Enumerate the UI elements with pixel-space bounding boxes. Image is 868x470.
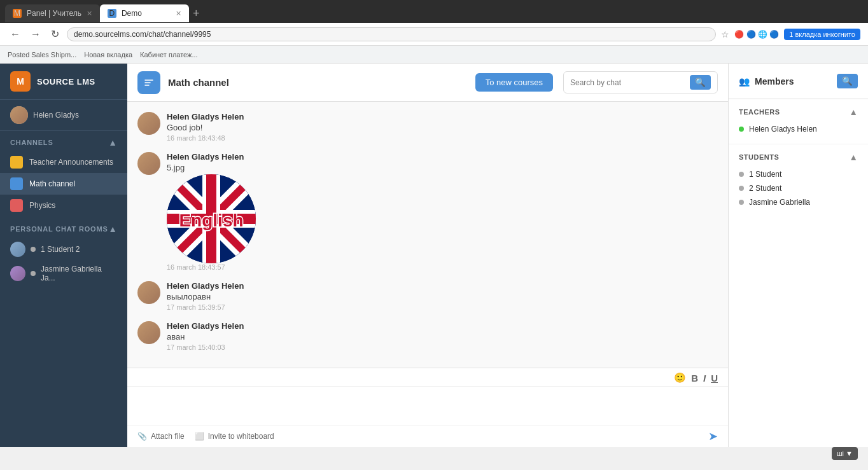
msg-avatar-1 (137, 112, 160, 135)
panel-search-button[interactable]: 🔍 (837, 74, 858, 88)
teachers-label: TEACHERS (739, 108, 780, 116)
user-avatar (10, 106, 28, 124)
student2-status-dot (739, 186, 744, 191)
bookmark-new-tab-label: Новая вкладка (84, 51, 132, 59)
panel-title: 👥 Members (739, 76, 794, 86)
extension-icons: 🔴 🔵 🌐 🔵 (734, 30, 779, 39)
bookmark-new-tab[interactable]: Новая вкладка (84, 51, 132, 59)
english-flag-image: English (167, 174, 256, 263)
sidebar-item-physics[interactable]: Physics (0, 195, 127, 216)
whiteboard-icon: ⬜ (195, 432, 204, 441)
sidebar-item-label-math: Math channel (29, 179, 75, 188)
jasmine-status (31, 271, 36, 276)
tab-bar: M Panel | Учитель ✕ D Demo ✕ + (0, 0, 868, 23)
new-tab-button[interactable]: + (193, 7, 200, 20)
to-new-courses-button[interactable]: To new courses (475, 73, 553, 92)
jasmine-avatar (10, 266, 25, 281)
students-section-header: STUDENTS ▲ (739, 152, 858, 162)
underline-button[interactable]: U (711, 373, 718, 384)
personal-label: PERSONAL CHAT ROOMS (10, 225, 108, 233)
personal-item-jasmine[interactable]: Jasmine Gabriella Ja... (0, 261, 127, 286)
user-section[interactable]: Helen Gladys (0, 100, 127, 131)
address-input[interactable] (67, 27, 716, 41)
incognito-button[interactable]: 1 вкладка инкогнито (784, 29, 860, 40)
sidebar-item-teacher-announcements[interactable]: Teacher Announcements (0, 151, 127, 173)
msg-time-1: 16 march 18:43:48 (167, 134, 718, 142)
teachers-section-header: TEACHERS ▲ (739, 107, 858, 117)
msg-sender-2: Helen Gladys Helen (167, 152, 718, 162)
msg-text-3: выылоравн (167, 292, 718, 301)
msg-sender-1: Helen Gladys Helen (167, 112, 718, 121)
msg-sender-3: Helen Gladys Helen (167, 281, 718, 291)
tab-panel[interactable]: M Panel | Учитель ✕ (5, 4, 100, 22)
bookmark-sales[interactable]: Posted Sales Shipm... (8, 51, 76, 59)
italic-button[interactable]: I (703, 373, 706, 384)
back-button[interactable]: ← (8, 27, 23, 41)
member-student1: 1 Student (739, 167, 858, 181)
tab-close-panel[interactable]: ✕ (87, 10, 92, 18)
personal-toggle[interactable]: ▲ (108, 224, 117, 234)
right-panel: 👥 Members 🔍 TEACHERS ▲ Helen Gladys Hele… (728, 64, 868, 447)
emoji-button[interactable]: 🙂 (674, 372, 686, 384)
msg-text-4: аван (167, 332, 718, 342)
input-toolbar: 🙂 B I U (127, 368, 728, 387)
user-name: Helen Gladys (33, 111, 79, 120)
bookmark-cabinet[interactable]: Кабинет платеж... (140, 51, 198, 59)
search-bar: 🔍 (563, 71, 718, 93)
attach-label: Attach file (151, 432, 185, 441)
message-input[interactable] (127, 387, 728, 425)
messages-area[interactable]: Helen Gladys Helen Good job! 16 march 18… (127, 102, 728, 368)
whiteboard-button[interactable]: ⬜ Invite to whiteboard (195, 432, 274, 441)
msg-content-2: Helen Gladys Helen 5.jpg (167, 152, 718, 271)
sidebar-item-math-channel[interactable]: Math channel (0, 173, 127, 195)
address-bar: ← → ↻ ☆ 🔴 🔵 🌐 🔵 1 вкладка инкогнито (0, 23, 868, 46)
students-collapse[interactable]: ▲ (849, 152, 858, 162)
chat-title: Math channel (168, 77, 475, 88)
sidebar-item-label-physics: Physics (29, 201, 55, 210)
search-input[interactable] (570, 78, 685, 87)
msg-content-4: Helen Gladys Helen аван 17 march 15:40:0… (167, 321, 718, 351)
msg-filename-2: 5.jpg (167, 163, 718, 172)
attach-file-button[interactable]: 📎 Attach file (137, 432, 185, 441)
student2-status (31, 247, 36, 252)
sidebar-header: M SOURCE LMS (0, 64, 127, 100)
bookmarks-bar: Posted Sales Shipm... Новая вкладка Каби… (0, 46, 868, 64)
msg-time-4: 17 march 15:40:03 (167, 343, 718, 351)
msg-sender-4: Helen Gladys Helen (167, 321, 718, 331)
student2-name: 2 Student (749, 184, 781, 193)
member-student2: 2 Student (739, 181, 858, 195)
forward-button[interactable]: → (28, 27, 43, 41)
chat-header: Math channel To new courses 🔍 (127, 64, 728, 102)
tab-title-demo: Demo (122, 9, 142, 18)
msg-time-3: 17 march 15:39:57 (167, 303, 718, 311)
send-button[interactable]: ➤ (708, 429, 718, 443)
tab-close-demo[interactable]: ✕ (176, 10, 181, 18)
member-helen: Helen Gladys Helen (739, 122, 858, 136)
tab-demo[interactable]: D Demo ✕ (100, 4, 189, 22)
msg-avatar-2 (137, 152, 160, 175)
teachers-collapse[interactable]: ▲ (849, 107, 858, 117)
main-content: Math channel To new courses 🔍 Helen Glad… (127, 64, 728, 447)
personal-item-student2[interactable]: 1 Student 2 (0, 238, 127, 261)
message-group-2: Helen Gladys Helen 5.jpg (137, 152, 718, 271)
svg-text:English: English (179, 211, 243, 230)
teachers-section: TEACHERS ▲ Helen Gladys Helen (729, 99, 868, 144)
input-area: 🙂 B I U 📎 Attach file ⬜ Invite to whiteb… (127, 368, 728, 447)
channels-label: CHANNELS (10, 139, 53, 146)
reload-button[interactable]: ↻ (48, 27, 62, 41)
msg-content-1: Helen Gladys Helen Good job! 16 march 18… (167, 112, 718, 142)
message-group-4: Helen Gladys Helen аван 17 march 15:40:0… (137, 321, 718, 351)
chat-icon (137, 71, 160, 94)
search-button[interactable]: 🔍 (690, 75, 711, 90)
jasmine-status-dot (739, 200, 744, 205)
teacher-announcements-icon (10, 156, 23, 169)
app: M SOURCE LMS Helen Gladys CHANNELS ▲ Tea… (0, 64, 868, 447)
math-channel-icon (10, 177, 23, 190)
sidebar-item-label-teacher: Teacher Announcements (29, 158, 113, 167)
students-label: STUDENTS (739, 153, 779, 161)
bookmark-star[interactable]: ☆ (721, 29, 729, 39)
message-group-3: Helen Gladys Helen выылоравн 17 march 15… (137, 281, 718, 311)
bold-button[interactable]: B (691, 373, 698, 384)
channels-toggle[interactable]: ▲ (108, 137, 117, 148)
students-section: STUDENTS ▲ 1 Student 2 Student Jasmine G… (729, 144, 868, 217)
